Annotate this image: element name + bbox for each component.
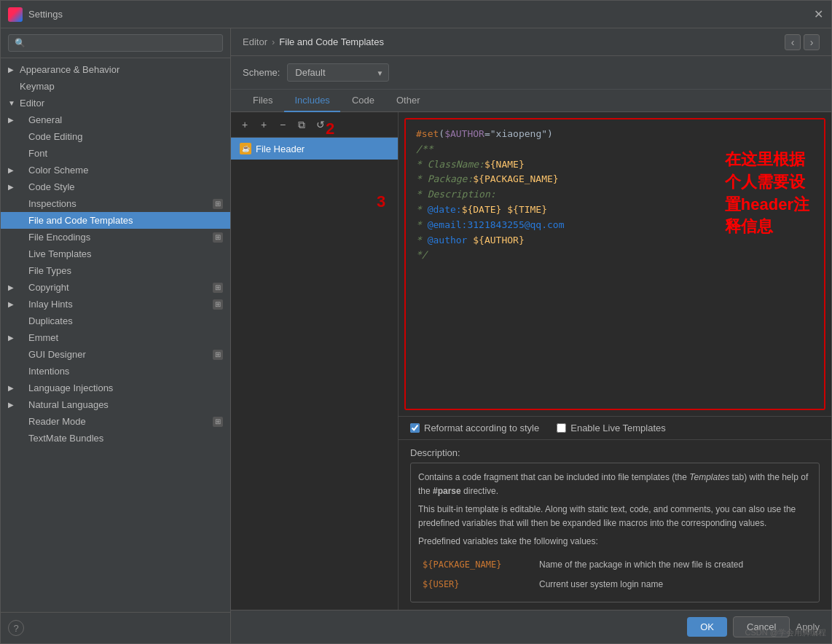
sidebar-item-gui-designer[interactable]: GUI Designer ⊞ [1, 346, 230, 363]
tab-includes[interactable]: Includes [284, 90, 340, 112]
sidebar-item-general[interactable]: ▶ General [1, 111, 230, 128]
arrow-icon: ▶ [8, 183, 17, 191]
sidebar-item-textmate-bundles[interactable]: TextMate Bundles [1, 430, 230, 447]
sidebar-item-label: Color Scheme [28, 165, 88, 176]
arrow-icon [8, 233, 17, 241]
apply-button[interactable]: Apply [796, 621, 820, 632]
close-button[interactable]: ✕ [812, 9, 824, 20]
sidebar-item-file-encodings[interactable]: File Encodings ⊞ [1, 229, 230, 246]
content-area: Editor › File and Code Templates ‹ › Sch… [231, 28, 831, 643]
arrow-icon [8, 82, 17, 90]
reformat-checkbox[interactable] [410, 423, 420, 433]
sidebar-item-label: Appearance & Behavior [20, 64, 119, 75]
sidebar-item-intentions[interactable]: Intentions [1, 363, 230, 380]
sidebar-item-appearance[interactable]: ▶ Appearance & Behavior [1, 61, 230, 78]
copy-button[interactable]: ⧉ [294, 117, 310, 133]
sidebar-item-file-types[interactable]: File Types [1, 262, 230, 279]
sidebar-tree: ▶ Appearance & Behavior Keymap ▼ Editor … [1, 58, 230, 612]
sidebar-item-emmet[interactable]: ▶ Emmet [1, 329, 230, 346]
sidebar-item-language-injections[interactable]: ▶ Language Injections [1, 380, 230, 396]
arrow-icon [8, 133, 17, 141]
sidebar-item-label: Emmet [28, 332, 58, 343]
breadcrumb-current: File and Code Templates [279, 36, 384, 47]
tab-code[interactable]: Code [342, 90, 385, 112]
tab-files[interactable]: Files [243, 90, 283, 112]
sidebar: ▶ Appearance & Behavior Keymap ▼ Editor … [1, 28, 231, 643]
sidebar-item-live-templates[interactable]: Live Templates [1, 246, 230, 262]
file-item-label: File Header [256, 144, 305, 154]
arrow-icon: ▶ [8, 384, 17, 392]
table-row: ${USER} Current user system login name [418, 575, 812, 594]
tab-other[interactable]: Other [386, 90, 431, 112]
sidebar-item-keymap[interactable]: Keymap [1, 78, 230, 95]
sidebar-item-editor[interactable]: ▼ Editor [1, 95, 230, 111]
description-box: Contains a code fragment that can be inc… [410, 463, 820, 602]
code-content[interactable]: #set($AUTHOR="xiaopeng") /** * ClassName… [406, 119, 824, 409]
sidebar-item-inlay-hints[interactable]: ▶ Inlay Hints ⊞ [1, 296, 230, 313]
reformat-checkbox-label[interactable]: Reformat according to style [410, 423, 539, 433]
sidebar-item-label: GUI Designer [28, 349, 86, 360]
sidebar-item-label: General [28, 114, 62, 125]
add-copy-button[interactable]: + [256, 117, 272, 133]
arrow-icon [8, 200, 17, 208]
code-line-9: */ [416, 248, 814, 263]
template-area: + + − ⧉ ↺ ☕ File Header [231, 112, 831, 610]
code-line-5: * Description: [416, 187, 814, 203]
sidebar-item-label: Live Templates [28, 248, 91, 259]
sidebar-item-label: Natural Languages [28, 399, 109, 410]
sidebar-item-file-code-templates[interactable]: File and Code Templates [1, 212, 230, 229]
arrow-icon: ▶ [8, 116, 17, 124]
arrow-icon [8, 216, 17, 224]
search-input[interactable] [8, 34, 223, 52]
sidebar-item-inspections[interactable]: Inspections ⊞ [1, 195, 230, 212]
sidebar-item-reader-mode[interactable]: Reader Mode ⊞ [1, 413, 230, 430]
sidebar-item-color-scheme[interactable]: ▶ Color Scheme [1, 162, 230, 178]
sidebar-item-label: Keymap [20, 81, 55, 92]
forward-button[interactable]: › [804, 34, 820, 50]
desc-para-2: This built-in template is editable. Alon… [418, 503, 812, 530]
var-user-desc: Current user system login name [535, 575, 812, 594]
sidebar-item-duplicates[interactable]: Duplicates [1, 313, 230, 329]
sidebar-item-code-editing[interactable]: Code Editing [1, 128, 230, 145]
file-list-toolbar: + + − ⧉ ↺ [231, 112, 398, 138]
file-list-panel: + + − ⧉ ↺ ☕ File Header [231, 112, 399, 610]
arrow-icon [8, 434, 17, 442]
file-item-header[interactable]: ☕ File Header [231, 138, 398, 160]
code-line-6: * @date:${DATE} ${TIME} [416, 203, 814, 218]
ok-button[interactable]: OK [687, 617, 727, 637]
tabs-bar: Files Includes Code Other [231, 90, 831, 112]
app-logo [8, 7, 23, 22]
scheme-select[interactable]: Default [287, 63, 389, 82]
arrow-icon: ▶ [8, 283, 17, 291]
scheme-label: Scheme: [243, 67, 280, 78]
help-button[interactable]: ? [8, 620, 24, 636]
arrow-icon [8, 417, 17, 425]
sidebar-item-code-style[interactable]: ▶ Code Style [1, 178, 230, 195]
live-templates-checkbox-label[interactable]: Enable Live Templates [557, 423, 666, 433]
back-button[interactable]: ‹ [785, 34, 801, 50]
desc-templates-italic: Templates [689, 472, 729, 482]
sidebar-item-label: File Encodings [28, 232, 90, 243]
var-package-name: ${PACKAGE_NAME} [418, 555, 535, 575]
sidebar-item-font[interactable]: Font [1, 145, 230, 162]
add-button[interactable]: + [237, 117, 253, 133]
remove-button[interactable]: − [275, 117, 291, 133]
arrow-icon: ▼ [8, 99, 17, 107]
cancel-button[interactable]: Cancel [733, 616, 790, 637]
code-line-4: * Package:${PACKAGE_NAME} [416, 172, 814, 187]
arrow-icon [8, 350, 17, 358]
arrow-icon [8, 367, 17, 375]
settings-window: Settings ✕ ▶ Appearance & Behavior Keyma… [0, 0, 832, 644]
live-templates-checkbox[interactable] [557, 423, 566, 433]
sidebar-item-label: Code Style [28, 181, 75, 192]
sidebar-item-natural-languages[interactable]: ▶ Natural Languages [1, 396, 230, 413]
var-package-desc: Name of the package in which the new fil… [535, 555, 812, 575]
reset-button[interactable]: ↺ [313, 117, 329, 133]
sidebar-item-copyright[interactable]: ▶ Copyright ⊞ [1, 279, 230, 296]
code-border: #set($AUTHOR="xiaopeng") /** * ClassName… [404, 118, 825, 410]
table-row: ${PACKAGE_NAME} Name of the package in w… [418, 555, 812, 575]
encodings-badge: ⊞ [213, 232, 223, 243]
arrow-icon [8, 149, 17, 157]
breadcrumb-separator: › [272, 36, 275, 47]
sidebar-item-label: Language Injections [28, 382, 113, 393]
